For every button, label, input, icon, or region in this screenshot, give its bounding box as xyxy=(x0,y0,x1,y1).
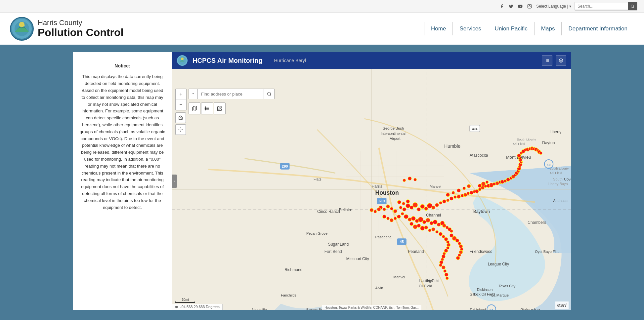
svg-point-106 xyxy=(442,200,446,203)
map-background: 290 619 45 10 87 Humble Atascocita Houst… xyxy=(172,69,571,310)
svg-text:Sugar Land: Sugar Land xyxy=(328,242,349,247)
basemap-button[interactable] xyxy=(189,102,200,114)
svg-point-202 xyxy=(397,200,401,204)
svg-point-231 xyxy=(205,107,206,108)
nav-maps[interactable]: Maps xyxy=(534,22,562,35)
svg-text:Channel: Channel xyxy=(426,213,441,218)
svg-text:South: South xyxy=(553,177,563,181)
svg-point-169 xyxy=(420,226,425,230)
notice-title: Notice: xyxy=(79,62,165,69)
svg-point-204 xyxy=(481,182,486,186)
svg-text:Dickinson: Dickinson xyxy=(477,288,493,292)
map-container: HCPCS Air Monitoring Hurricane Beryl xyxy=(172,52,571,310)
svg-text:Fort Bend: Fort Bend xyxy=(324,249,342,254)
svg-point-219 xyxy=(459,250,463,254)
svg-point-197 xyxy=(457,189,460,192)
svg-point-117 xyxy=(478,188,481,191)
nav-services[interactable]: Services xyxy=(452,22,488,35)
svg-text:Alvin: Alvin xyxy=(375,286,383,290)
locate-button[interactable] xyxy=(175,124,186,135)
svg-point-176 xyxy=(444,237,448,241)
svg-point-192 xyxy=(377,208,381,211)
map-search-input[interactable] xyxy=(198,89,264,99)
svg-point-155 xyxy=(418,217,423,222)
svg-point-93 xyxy=(420,204,425,209)
draw-button[interactable] xyxy=(214,102,226,114)
svg-text:290: 290 xyxy=(282,164,288,168)
svg-point-92 xyxy=(417,208,421,211)
svg-point-170 xyxy=(424,226,428,229)
logo-dept: Pollution Control xyxy=(38,27,124,38)
youtube-icon[interactable] xyxy=(517,3,524,10)
svg-point-153 xyxy=(411,216,415,220)
svg-point-123 xyxy=(495,181,499,185)
svg-point-179 xyxy=(447,246,450,249)
svg-point-201 xyxy=(402,202,405,205)
svg-point-171 xyxy=(428,229,431,232)
header-search-button[interactable] xyxy=(628,2,637,11)
zoom-in-button[interactable]: + xyxy=(176,89,186,100)
svg-point-97 xyxy=(403,208,406,211)
nav-home[interactable]: Home xyxy=(424,22,452,35)
svg-text:Airport: Airport xyxy=(390,137,400,140)
zoom-out-button[interactable]: − xyxy=(176,100,186,110)
svg-point-182 xyxy=(442,255,445,259)
svg-text:Flats: Flats xyxy=(314,177,322,181)
svg-text:Gillock Oil Field: Gillock Oil Field xyxy=(470,293,495,297)
main-nav: Home Services Union Pacific Maps Departm… xyxy=(424,22,634,35)
map-search-button[interactable] xyxy=(264,89,275,99)
language-selector[interactable]: Select Language | ▾ xyxy=(536,4,571,9)
svg-point-185 xyxy=(439,264,442,267)
svg-point-114 xyxy=(470,191,473,194)
map-area[interactable]: 290 619 45 10 87 Humble Atascocita Houst… xyxy=(172,69,571,310)
svg-point-107 xyxy=(447,199,450,202)
esri-logo: esri xyxy=(555,301,569,309)
svg-point-217 xyxy=(459,245,463,248)
svg-text:League City: League City xyxy=(488,262,509,266)
legend-button[interactable] xyxy=(201,102,213,114)
svg-point-191 xyxy=(382,215,386,219)
svg-point-125 xyxy=(500,180,504,183)
header-search-input[interactable] xyxy=(575,3,628,9)
svg-text:Fairchilds: Fairchilds xyxy=(281,293,296,297)
svg-point-223 xyxy=(267,92,270,95)
zoom-controls: + − xyxy=(175,89,187,110)
svg-point-157 xyxy=(426,218,430,222)
svg-point-198 xyxy=(463,187,466,190)
svg-point-104 xyxy=(435,203,439,207)
map-search-dropdown[interactable] xyxy=(189,89,198,99)
main-content: Notice: This map displays the data curre… xyxy=(0,46,644,317)
svg-point-173 xyxy=(436,230,439,233)
svg-point-189 xyxy=(390,219,393,222)
svg-text:Needville: Needville xyxy=(252,308,267,310)
svg-text:Manvel: Manvel xyxy=(430,184,441,188)
svg-point-209 xyxy=(442,265,445,269)
map-list-button[interactable] xyxy=(542,55,552,66)
svg-point-205 xyxy=(486,181,489,184)
nav-union-pacific[interactable]: Union Pacific xyxy=(488,22,534,35)
nav-dept-info[interactable]: Department Information xyxy=(561,22,634,35)
facebook-icon[interactable] xyxy=(498,3,505,10)
instagram-icon[interactable] xyxy=(526,3,533,10)
logo-text: Harris County Pollution Control xyxy=(38,19,124,38)
coordinates-value: -94.563 29.633 Degrees xyxy=(180,305,220,309)
coordinates-bar: ⊕ -94.563 29.633 Degrees xyxy=(172,304,223,310)
logo-icon xyxy=(10,17,34,41)
svg-point-112 xyxy=(463,193,467,197)
hurricane-label: Hurricane Beryl xyxy=(274,58,306,63)
logo-county: Harris County xyxy=(38,19,124,27)
svg-marker-225 xyxy=(193,106,196,110)
map-layers-button[interactable] xyxy=(556,55,566,66)
svg-text:Atascocita: Atascocita xyxy=(470,153,488,158)
svg-point-158 xyxy=(430,221,433,225)
twitter-icon[interactable] xyxy=(508,3,514,10)
svg-point-9 xyxy=(181,58,184,60)
home-extent-button[interactable] xyxy=(175,112,186,123)
svg-text:87: 87 xyxy=(490,308,493,310)
svg-point-212 xyxy=(446,277,449,280)
svg-point-203 xyxy=(478,184,482,188)
svg-text:10: 10 xyxy=(547,163,550,167)
svg-point-221 xyxy=(456,256,460,260)
collapse-panel-button[interactable]: ‹ xyxy=(172,175,177,188)
svg-point-167 xyxy=(413,224,417,229)
